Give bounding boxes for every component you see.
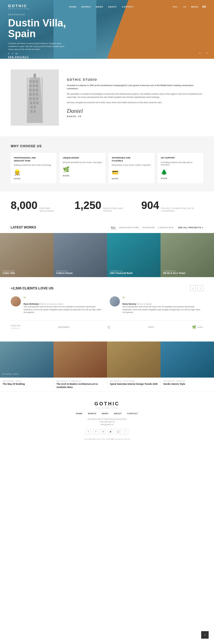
logo-lealim: LEALIMCONSULT [11,324,20,330]
about-desc-1: Founded in Lebanon in 1967,Archo Archite… [67,84,203,90]
footer-nav-contact[interactable]: CONTACT [127,413,138,414]
work-item-abc[interactable]: COMMERCIAL ABC Financial Bank [107,233,160,277]
svg-rect-19 [33,102,35,104]
blog-item-4[interactable] [160,342,214,378]
nav-home[interactable]: HOME [69,6,77,8]
clients-title: +2,500 CLIENTS LOVE US [11,286,54,290]
why-card-design-desc: Bring the beautifully for your house. Ju… [63,161,102,164]
blog-title-2[interactable]: ART DESIGN · COMMERCIAL The Arch In Mode… [54,380,107,389]
filter-all[interactable]: ALL [111,226,116,229]
about-desc-3: We have compiled an extensive list of ot… [67,101,203,104]
team-icon: 👷 [14,169,53,176]
stat-projects-label: PROJECT COMPLETED ON 20 COUNTRIES [161,207,203,212]
svg-rect-14 [36,93,38,96]
social-twitter[interactable]: T [8,52,10,55]
stat-employees-label: EMPLOYEES AND STAFFS [104,207,128,212]
hero-prev-arrow[interactable]: ← [198,51,202,55]
blog-1-meta: ART DESIGN · SPACE [2,373,51,375]
why-card-team-more[interactable]: MORE [14,178,53,180]
blog-title-4[interactable]: ART DESIGN · INTERIOR Nordic Interior St… [160,380,214,389]
avatar-1 [11,296,21,307]
work-item-b6[interactable]: COMMERCIAL B6-No.5 OLA Tower [160,233,214,277]
works-grid: RESIDENCE Cubic Villa RESIDENCE Culture … [0,233,214,277]
footer-email[interactable]: hello@gothic.eu [11,424,203,425]
logo-gs: G&S [148,326,154,328]
footer-social-facebook[interactable]: f [86,429,91,434]
filter-landscape[interactable]: LANDSCAPE [158,226,174,229]
hero-title: Dustin Villa,Spain [8,18,70,39]
footer-nav-news[interactable]: NEWS [102,413,109,414]
work-label-culture: RESIDENCE Culture House [56,270,73,274]
why-card-support: 24/7 SUPPORT Consulting solutions and ma… [158,153,203,183]
why-card-support-more[interactable]: MORE [161,177,200,179]
blog-item-3[interactable] [107,342,160,378]
svg-rect-26 [34,73,36,76]
svg-rect-21 [30,106,33,108]
hero-next-arrow[interactable]: → [205,51,209,55]
nav-works[interactable]: WORKS [81,6,91,8]
hero-section: GOTHIC ARCHITECTURE HOME WORKS NEWS ABOU… [0,0,214,59]
footer-social-twitter[interactable]: T [93,429,98,434]
why-card-affordable-more[interactable]: MORE [112,178,151,180]
filter-interior[interactable]: INTERIOR [142,226,155,229]
nav-contact[interactable]: CONTACT [122,6,134,8]
clients-section: +2,500 CLIENTS LOVE US ‹ › " Ryan Bettha… [0,277,214,342]
svg-rect-8 [36,84,38,87]
social-facebook[interactable]: f [12,52,13,55]
hamburger-icon[interactable] [202,6,206,8]
footer-social-vimeo[interactable]: ⬜ [116,429,121,434]
why-card-team-title: PROFFESSIONAL ANDDEDICATE TEAM [14,157,53,162]
stat-partners: 8,000 PARTNER WORLDWIDE [11,199,61,212]
footer-nav-works[interactable]: WORKS [88,413,97,414]
footer-nav-about[interactable]: ABOUT [114,413,122,414]
svg-rect-11 [36,89,38,91]
see-all-projects[interactable]: SEE ALL PROJECTS > [178,226,203,229]
about-studio-title: GOTHIC STUDIO [67,78,203,81]
blog-title-1[interactable]: ART DESIGN · SPACE The Way Of Building [0,380,54,389]
header-nav: HOME WORKS NEWS ABOUT CONTACT [69,6,134,8]
footer-social-linkedin[interactable]: in [101,429,106,434]
footer-social-spotify[interactable]: ♪ [123,429,128,434]
hero-desc: Combine with ideas of owner,Dustin Mahon… [8,42,70,51]
works-title: LATEST WORKS [11,226,36,229]
filter-architecture[interactable]: ARCHITECTURE [119,226,139,229]
blog-item-1[interactable]: ART DESIGN · SPACE [0,342,54,378]
hero-see-project[interactable]: SEE PROJECT [8,56,29,58]
support-icon: 🌲 [161,169,200,175]
work-item-culture[interactable]: RESIDENCE Culture House [54,233,107,277]
blog-title-3[interactable]: ART DESIGN · TOP & TREND Spiral Stair,Ne… [107,380,160,389]
blog-item-2[interactable] [54,342,107,378]
testimonial-1-name: Ryan Betthalyn Director at Crossman oliv… [24,303,104,305]
svg-rect-10 [33,89,35,91]
work-label-cubic: RESIDENCE Cubic Villa [3,270,15,274]
blog-1-title: The Way Of Building [3,383,51,386]
stat-projects-number: 904 [141,199,159,211]
blog-3-category: ART DESIGN · TOP & TREND [110,380,158,382]
footer-nav: HOME WORKS NEWS ABOUT CONTACT [11,413,203,414]
why-card-affordable: AFFORDABLE ANDFLEXIABLE Bring Nature in … [109,153,154,183]
svg-rect-24 [34,110,36,113]
about-section: GOTHIC STUDIO Founded in Lebanon in 1967… [0,59,214,136]
svg-rect-4 [33,80,35,83]
nav-news[interactable]: NEWS [96,6,103,8]
logo-survation: Survation. [58,326,70,328]
svg-rect-15 [29,97,32,100]
testimonial-prev[interactable]: ‹ [190,285,196,291]
svg-rect-23 [30,110,33,113]
svg-marker-2 [27,77,43,123]
why-card-design-more[interactable]: MORE [63,175,102,177]
nav-about[interactable]: ABOUT [108,6,117,8]
testimonial-2-name: Boba Namely Director at Spotify [123,303,203,305]
work-item-cubic[interactable]: RESIDENCE Cubic Villa [0,233,54,277]
work-label-b6: COMMERCIAL B6-No.5 OLA Tower [163,270,186,274]
logo-isrc: 🌿 ISRC [192,325,203,329]
menu-button[interactable]: MENU [191,6,198,8]
footer-nav-home[interactable]: HOME [76,413,83,414]
svg-rect-18 [30,102,32,104]
why-card-design: UNIQUE DESIGN Bring the beautifully for … [60,153,105,183]
testimonial-2-text: Sed ut perspiciatis unde omnis iste natu… [123,305,203,314]
header-logo: GOTHIC ARCHITECTURE [8,4,30,10]
testimonial-next[interactable]: › [197,285,203,291]
social-linkedin[interactable]: in [16,52,17,55]
footer-social-youtube[interactable]: ▶ [108,429,113,434]
